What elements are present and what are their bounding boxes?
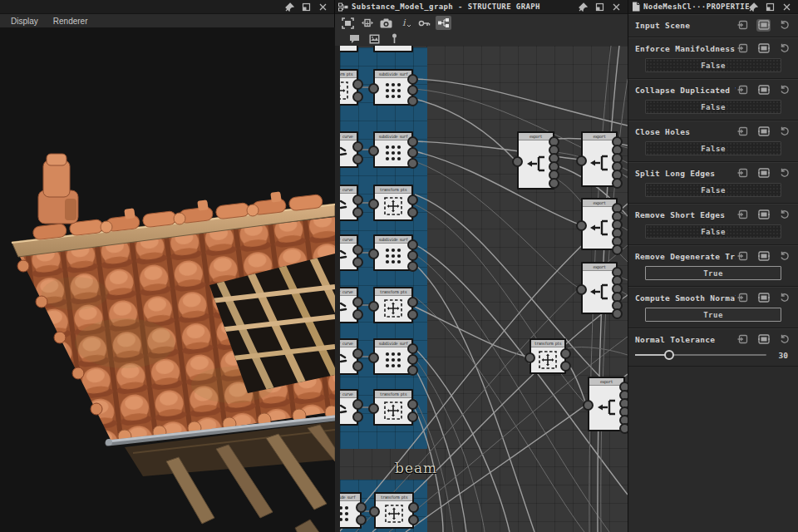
menu-renderer[interactable]: Renderer: [53, 17, 88, 26]
graph-node-dashed[interactable]: transform pts: [373, 185, 413, 221]
pin-icon[interactable]: [749, 2, 758, 12]
reset-icon[interactable]: [777, 126, 791, 138]
output-port[interactable]: [407, 158, 418, 169]
reset-icon[interactable]: [777, 250, 791, 263]
output-port[interactable]: [352, 141, 363, 152]
output-port[interactable]: [407, 239, 418, 250]
output-port[interactable]: [407, 261, 418, 272]
graph-node-dashed[interactable]: transform pts: [373, 287, 413, 323]
output-port[interactable]: [352, 195, 363, 205]
output-port[interactable]: [407, 207, 418, 218]
property-value-button[interactable]: True: [645, 308, 781, 322]
graph-node-arrow[interactable]: export: [588, 377, 625, 431]
output-port[interactable]: [408, 515, 419, 525]
input-port[interactable]: [525, 352, 535, 363]
output-port[interactable]: [407, 147, 418, 158]
property-value-button[interactable]: False: [645, 141, 781, 155]
graph-node-grid[interactable]: subdivide surf: [373, 131, 413, 168]
graph-node-grid[interactable]: subdivide surf: [373, 338, 413, 375]
close-icon[interactable]: [782, 2, 791, 12]
graph-node-grid[interactable]: subdivide surf: [373, 69, 413, 106]
property-value-button[interactable]: False: [645, 183, 781, 197]
expose-icon[interactable]: [736, 126, 750, 138]
property-value-button[interactable]: False: [645, 224, 781, 239]
expose-icon[interactable]: [736, 84, 750, 96]
fit-view-icon[interactable]: [359, 16, 375, 30]
graph-link-icon[interactable]: [756, 126, 771, 138]
output-port[interactable]: [407, 85, 418, 96]
graph-node-grid[interactable]: subdivide surf: [373, 234, 413, 271]
graph-node-dashed[interactable]: transform pts: [373, 389, 413, 426]
graph-node-arrow[interactable]: export: [581, 198, 618, 250]
output-port[interactable]: [612, 244, 623, 255]
restore-icon[interactable]: [766, 2, 775, 12]
input-port[interactable]: [576, 155, 587, 166]
graph-link-icon[interactable]: [756, 209, 771, 221]
output-port[interactable]: [549, 178, 559, 189]
expose-icon[interactable]: [736, 42, 750, 55]
graph-canvas[interactable]: beam transform ptsscatter curvescatter c…: [335, 46, 628, 532]
expose-icon[interactable]: [736, 333, 750, 346]
output-port[interactable]: [407, 365, 418, 376]
graph-node-dashed[interactable]: transform pts: [374, 492, 414, 529]
input-port[interactable]: [368, 403, 379, 414]
output-port[interactable]: [352, 411, 363, 422]
frame-image-icon[interactable]: [367, 32, 382, 46]
output-port[interactable]: [352, 361, 363, 372]
reset-icon[interactable]: [777, 42, 791, 55]
reset-icon[interactable]: [777, 209, 791, 221]
input-port[interactable]: [576, 284, 587, 295]
output-port[interactable]: [612, 178, 623, 189]
output-port[interactable]: [560, 348, 571, 359]
input-port[interactable]: [583, 400, 594, 411]
graph-node-arrow[interactable]: export: [581, 262, 618, 314]
property-value-button[interactable]: True: [645, 266, 781, 280]
expose-icon[interactable]: [736, 292, 750, 304]
pin-icon[interactable]: [579, 2, 588, 12]
pin-marker-icon[interactable]: [387, 32, 402, 46]
graph-node-arrow[interactable]: export: [581, 131, 618, 187]
comment-bubble-icon[interactable]: [347, 32, 362, 46]
graph-link-icon[interactable]: [756, 167, 771, 180]
menu-display[interactable]: Display: [11, 17, 38, 26]
input-port[interactable]: [368, 352, 379, 363]
close-icon[interactable]: [318, 2, 328, 12]
output-port[interactable]: [612, 308, 623, 319]
expose-icon[interactable]: [736, 250, 750, 263]
output-port[interactable]: [407, 354, 418, 365]
output-port[interactable]: [352, 348, 363, 359]
expose-icon[interactable]: [736, 19, 750, 32]
graph-link-icon[interactable]: [756, 292, 771, 304]
input-port[interactable]: [368, 249, 379, 259]
restore-icon[interactable]: [302, 2, 311, 12]
reset-icon[interactable]: [777, 84, 791, 96]
output-port[interactable]: [407, 136, 418, 147]
graph-node-dashed[interactable]: transform pts: [530, 338, 566, 374]
input-port[interactable]: [576, 220, 587, 231]
output-port[interactable]: [407, 96, 418, 106]
expose-icon[interactable]: [736, 167, 750, 180]
slider-track[interactable]: [635, 354, 766, 356]
expose-icon[interactable]: [736, 209, 750, 221]
input-port[interactable]: [368, 145, 379, 156]
link-icon[interactable]: [416, 16, 432, 30]
output-port[interactable]: [560, 361, 571, 372]
close-icon[interactable]: [612, 2, 621, 12]
output-port[interactable]: [407, 309, 418, 320]
output-port[interactable]: [356, 502, 367, 513]
input-port[interactable]: [368, 83, 379, 94]
output-port[interactable]: [407, 343, 418, 354]
output-port[interactable]: [352, 91, 363, 102]
node-graph-icon[interactable]: [436, 16, 451, 30]
marquee-select-icon[interactable]: [340, 16, 356, 30]
reset-icon[interactable]: [777, 19, 791, 32]
input-port[interactable]: [368, 199, 379, 209]
graph-link-icon[interactable]: [756, 42, 771, 55]
output-port[interactable]: [352, 244, 363, 255]
output-port[interactable]: [352, 79, 363, 90]
output-port[interactable]: [352, 207, 363, 218]
output-port[interactable]: [619, 423, 628, 434]
output-port[interactable]: [407, 74, 418, 85]
property-value-button[interactable]: False: [645, 58, 781, 72]
output-port[interactable]: [352, 309, 363, 320]
